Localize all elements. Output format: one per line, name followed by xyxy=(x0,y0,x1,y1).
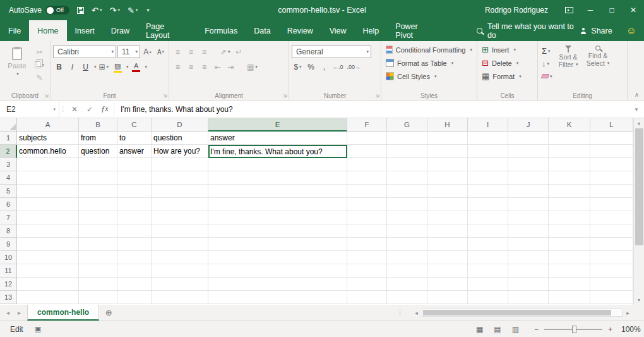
cell-F12[interactable] xyxy=(347,278,387,291)
cell-D5[interactable] xyxy=(152,185,208,198)
cell-F7[interactable] xyxy=(347,211,387,224)
column-header-C[interactable]: C xyxy=(117,118,152,132)
cell-L3[interactable] xyxy=(590,158,633,171)
cell-A3[interactable] xyxy=(17,158,79,171)
cell-H4[interactable] xyxy=(427,171,468,185)
scroll-left-icon[interactable]: ◂ xyxy=(411,305,422,321)
tab-formulas[interactable]: Formulas xyxy=(196,20,246,41)
page-layout-view-icon[interactable]: ▤ xyxy=(494,325,501,334)
pen-dropdown-icon[interactable]: ▾ xyxy=(136,8,138,13)
cell-I9[interactable] xyxy=(468,238,508,251)
row-header-8[interactable]: 8 xyxy=(0,224,17,238)
copy-button[interactable]: ▾ xyxy=(33,60,45,70)
delete-cells-button[interactable]: ⊟Delete▾ xyxy=(480,56,535,70)
cell-J13[interactable] xyxy=(508,291,549,304)
italic-button[interactable]: I xyxy=(66,61,78,73)
format-cells-button[interactable]: ▦Format▾ xyxy=(480,70,535,83)
cell-K1[interactable] xyxy=(549,132,590,145)
cell-J6[interactable] xyxy=(508,198,549,211)
cell-D7[interactable] xyxy=(152,211,208,224)
cell-K3[interactable] xyxy=(549,158,590,171)
cell-J8[interactable] xyxy=(508,224,549,238)
cell-B13[interactable] xyxy=(79,291,117,304)
column-header-H[interactable]: H xyxy=(427,118,468,132)
column-header-G[interactable]: G xyxy=(387,118,427,132)
select-all-button[interactable] xyxy=(0,118,17,132)
cell-G7[interactable] xyxy=(387,211,427,224)
tab-splitter-icon[interactable]: ⋮ xyxy=(397,309,405,317)
row-header-13[interactable]: 13 xyxy=(0,291,17,304)
font-size-dropdown-icon[interactable]: ▾ xyxy=(133,49,138,54)
cell-H8[interactable] xyxy=(427,224,468,238)
column-header-E[interactable]: E xyxy=(208,118,347,132)
cell-A6[interactable] xyxy=(17,198,79,211)
cell-E3[interactable] xyxy=(208,158,347,171)
cell-B8[interactable] xyxy=(79,224,117,238)
tab-help[interactable]: Help xyxy=(355,20,388,41)
cell-I13[interactable] xyxy=(468,291,508,304)
row-header-6[interactable]: 6 xyxy=(0,198,17,211)
cell-K7[interactable] xyxy=(549,211,590,224)
cell-I1[interactable] xyxy=(468,132,508,145)
merge-center-button[interactable]: ▦▾ xyxy=(246,61,259,73)
vertical-scrollbar-thumb[interactable] xyxy=(635,128,643,245)
cell-B2[interactable]: question xyxy=(79,145,117,158)
cell-G4[interactable] xyxy=(387,171,427,185)
cell-E7[interactable] xyxy=(208,211,347,224)
format-painter-button[interactable]: ✎ xyxy=(33,73,45,82)
cell-J9[interactable] xyxy=(508,238,549,251)
cell-D2[interactable]: How are you? xyxy=(152,145,208,158)
cell-B7[interactable] xyxy=(79,211,117,224)
cell-E12[interactable] xyxy=(208,278,347,291)
clear-button[interactable]: ▾ xyxy=(540,70,554,82)
cell-C3[interactable] xyxy=(117,158,152,171)
cell-J3[interactable] xyxy=(508,158,549,171)
formula-input[interactable]: I'm fine, thanks. What about you? xyxy=(116,101,629,118)
cell-E1[interactable]: answer xyxy=(208,132,347,145)
vertical-scrollbar[interactable]: ▴ ▾ xyxy=(633,118,644,305)
align-middle-button[interactable]: ≡ xyxy=(185,46,197,58)
cell-E5[interactable] xyxy=(208,185,347,198)
column-header-D[interactable]: D xyxy=(152,118,208,132)
cell-K5[interactable] xyxy=(549,185,590,198)
minimize-button[interactable]: ─ xyxy=(580,0,601,20)
share-button[interactable]: Share xyxy=(580,20,612,41)
underline-button[interactable]: U xyxy=(80,61,92,73)
cell-C7[interactable] xyxy=(117,211,152,224)
format-as-table-button[interactable]: Format as Table▾ xyxy=(384,56,474,70)
font-color-button[interactable]: A xyxy=(130,61,143,73)
cell-F11[interactable] xyxy=(347,264,387,278)
cell-D10[interactable] xyxy=(152,251,208,264)
cell-B9[interactable] xyxy=(79,238,117,251)
number-dialog-launcher-icon[interactable]: ⇲ xyxy=(375,93,379,99)
row-header-12[interactable]: 12 xyxy=(0,278,17,291)
cell-styles-button[interactable]: Cell Styles▾ xyxy=(384,70,474,83)
cancel-button[interactable]: ✕ xyxy=(67,101,82,118)
column-header-I[interactable]: I xyxy=(468,118,508,132)
row-header-10[interactable]: 10 xyxy=(0,251,17,264)
fill-color-dropdown-icon[interactable]: ▾ xyxy=(126,64,129,70)
tell-me-box[interactable]: Tell me what you want to do xyxy=(477,20,580,41)
cell-L10[interactable] xyxy=(590,251,633,264)
cell-G8[interactable] xyxy=(387,224,427,238)
cell-I11[interactable] xyxy=(468,264,508,278)
scroll-up-icon[interactable]: ▴ xyxy=(634,118,644,128)
cell-C11[interactable] xyxy=(117,264,152,278)
cell-I3[interactable] xyxy=(468,158,508,171)
row-header-9[interactable]: 9 xyxy=(0,238,17,251)
macro-record-icon[interactable]: ▣ xyxy=(35,325,41,333)
cell-H1[interactable] xyxy=(427,132,468,145)
redo-button[interactable]: ↷▾ xyxy=(109,6,119,15)
expand-formula-bar-icon[interactable]: ▾ xyxy=(629,101,644,118)
cell-I7[interactable] xyxy=(468,211,508,224)
cell-E8[interactable] xyxy=(208,224,347,238)
bold-button[interactable]: B xyxy=(53,61,65,73)
name-box[interactable]: E2▾ xyxy=(0,101,59,118)
conditional-formatting-button[interactable]: Conditional Formatting▾ xyxy=(384,43,474,56)
align-bottom-button[interactable]: ≡ xyxy=(198,46,210,58)
cell-E13[interactable] xyxy=(208,291,347,304)
cell-L2[interactable] xyxy=(590,145,633,158)
cell-L7[interactable] xyxy=(590,211,633,224)
row-header-2[interactable]: 2 xyxy=(0,145,17,158)
scroll-down-icon[interactable]: ▾ xyxy=(634,295,644,305)
